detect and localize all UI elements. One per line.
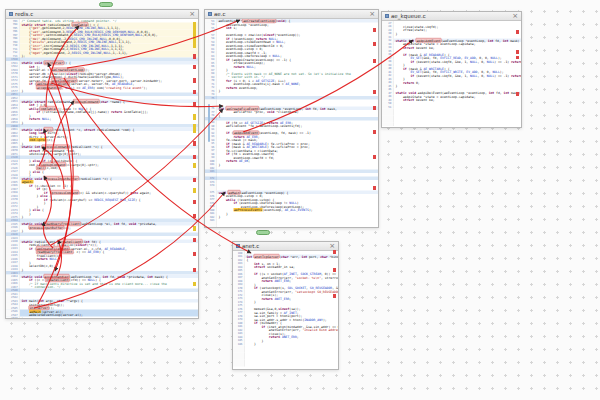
code-line[interactable]: 2588} bbox=[6, 317, 198, 319]
panel-title: redis.c bbox=[15, 10, 189, 18]
code-area: 2728 close(state->kqfd);29 zfree(state);… bbox=[382, 21, 521, 127]
code-text: } bbox=[396, 84, 398, 88]
code-text: sdstolower(c->argv[0]->ptr); bbox=[22, 152, 82, 156]
ruler-mark[interactable] bbox=[193, 155, 196, 159]
ruler-mark[interactable] bbox=[193, 214, 196, 218]
ruler-mark[interactable] bbox=[373, 59, 376, 63]
highlighted-token[interactable]: aeProcessEvents bbox=[233, 208, 262, 212]
code-canvas[interactable]: { "icons": {"close": "×", "file": "file-… bbox=[0, 0, 600, 400]
code-text: * connection. */ bbox=[22, 285, 61, 289]
ruler-mark[interactable] bbox=[373, 130, 376, 134]
ruler-mark[interactable] bbox=[193, 78, 196, 83]
highlighted-token[interactable]: processInputBuffer bbox=[44, 177, 79, 181]
ruler-mark[interactable] bbox=[193, 90, 196, 94]
ruler-mark[interactable] bbox=[516, 30, 519, 34]
code-text: return 0; bbox=[396, 81, 420, 85]
code-text: processInputBuffer(c); bbox=[22, 226, 71, 230]
highlighted-token[interactable]: anetTcpServer bbox=[254, 255, 279, 259]
code-text: int i; bbox=[219, 26, 238, 30]
close-icon[interactable]: × bbox=[369, 10, 375, 18]
close-icon[interactable]: × bbox=[189, 10, 195, 18]
ruler-mark[interactable] bbox=[373, 42, 376, 46]
ruler-mark[interactable] bbox=[193, 226, 196, 231]
code-text: struct kevent ke; bbox=[396, 46, 435, 50]
code-line[interactable] bbox=[233, 363, 338, 367]
highlighted-token[interactable]: acceptHandler bbox=[36, 86, 61, 90]
highlighted-token[interactable]: cmd->proc bbox=[29, 138, 47, 142]
collapsed-node-pill[interactable] bbox=[256, 230, 270, 235]
ruler-mark[interactable] bbox=[193, 268, 196, 272]
code-text: aeFileProc *proc, void *clientData) bbox=[219, 110, 299, 114]
ruler-mark[interactable] bbox=[193, 178, 196, 182]
code-text: zfree(state); bbox=[396, 28, 428, 32]
code-area: 703/* Command table. sds string -> comma… bbox=[6, 19, 198, 318]
ruler-mark[interactable] bbox=[516, 50, 519, 54]
ruler-mark[interactable] bbox=[193, 114, 196, 120]
highlighted-token[interactable]: initServer bbox=[44, 61, 64, 65]
ruler-mark[interactable] bbox=[193, 282, 196, 286]
ruler-mark[interactable] bbox=[193, 252, 196, 256]
code-text: }; bbox=[22, 54, 26, 58]
highlighted-token[interactable]: processCommand bbox=[51, 191, 78, 195]
ruler-mark[interactable] bbox=[193, 124, 196, 133]
ruler-mark[interactable] bbox=[193, 65, 196, 69]
code-text: } bbox=[219, 163, 221, 167]
ruler-mark[interactable] bbox=[193, 22, 196, 48]
ruler-mark[interactable] bbox=[193, 54, 196, 59]
highlighted-token[interactable]: processInputBuffer bbox=[29, 226, 64, 230]
ruler-mark[interactable] bbox=[373, 90, 376, 94]
code-text: struct sockaddr_in sa; bbox=[247, 265, 295, 269]
ruler-mark[interactable] bbox=[193, 141, 196, 146]
ruler-mark[interactable] bbox=[373, 186, 376, 190]
ruler-mark[interactable] bbox=[333, 268, 336, 272]
code-text: int anetTcpServer(char *err, int port, c… bbox=[247, 255, 339, 259]
code-panel-ae.c[interactable]: ae.c×53aeEventLoop *aeCreateEventLoop(vo… bbox=[204, 9, 379, 228]
scroll-indicator[interactable] bbox=[208, 104, 210, 142]
panel-titlebar[interactable]: ae.c× bbox=[205, 10, 378, 19]
code-text: } bbox=[219, 89, 221, 93]
panel-titlebar[interactable]: redis.c× bbox=[6, 10, 198, 19]
ruler-mark[interactable] bbox=[373, 28, 376, 32]
ruler-mark[interactable] bbox=[516, 92, 519, 96]
collapsed-node-pill[interactable] bbox=[99, 2, 113, 7]
ruler-mark[interactable] bbox=[333, 250, 336, 254]
highlighted-token[interactable]: lookupCommand bbox=[74, 100, 99, 104]
code-panel-ae_kqueue.c[interactable]: ae_kqueue.c×2728 close(state->kqfd);29 z… bbox=[381, 11, 522, 128]
code-text: if (!strcasecmp(name,cmdTable[j].name)) … bbox=[22, 110, 149, 114]
line-number bbox=[233, 363, 245, 367]
ruler-mark[interactable] bbox=[193, 163, 196, 168]
code-text: } bbox=[247, 300, 256, 304]
code-area: 53aeEventLoop *aeCreateEventLoop(void) {… bbox=[205, 19, 378, 227]
code-text: if (kevent(state->kqfd, &ke, 1, NULL, 0,… bbox=[396, 74, 522, 78]
line-number bbox=[382, 123, 394, 127]
close-icon[interactable]: × bbox=[512, 12, 518, 20]
code-panel-redis.c[interactable]: redis.c×703/* Command table. sds string … bbox=[5, 9, 199, 319]
ruler-mark[interactable] bbox=[193, 200, 196, 204]
ruler-mark[interactable] bbox=[516, 56, 519, 59]
code-text: return eventLoop; bbox=[219, 86, 258, 90]
ruler-mark[interactable] bbox=[193, 102, 196, 106]
code-area: 160161int anetTcpServer(char *err, int p… bbox=[233, 251, 338, 369]
ruler-mark[interactable] bbox=[333, 294, 336, 298]
panels-layer: redis.c×703/* Command table. sds string … bbox=[0, 0, 600, 400]
ruler-mark[interactable] bbox=[193, 238, 196, 242]
code-text: } bbox=[247, 342, 256, 346]
code-line[interactable] bbox=[205, 226, 378, 228]
code-panel-anet.c[interactable]: anet.c×160161int anetTcpServer(char *err… bbox=[232, 241, 339, 370]
ruler-mark[interactable] bbox=[373, 155, 376, 159]
close-icon[interactable]: × bbox=[329, 242, 335, 250]
code-text: aeProcessEvents(eventLoop, AE_ALL_EVENTS… bbox=[219, 208, 313, 212]
panel-title: anet.c bbox=[242, 242, 329, 250]
file-icon bbox=[385, 14, 389, 18]
code-line[interactable] bbox=[382, 123, 521, 127]
ruler-mark[interactable] bbox=[193, 188, 196, 193]
code-text: } bbox=[22, 89, 24, 93]
code-text: static void processInputBuffer(redisClie… bbox=[22, 177, 112, 181]
panel-title: ae_kqueue.c bbox=[391, 12, 512, 20]
panel-titlebar[interactable]: anet.c× bbox=[233, 242, 338, 251]
code-text: cmd->proc(c); bbox=[22, 138, 55, 142]
code-text: } bbox=[396, 32, 398, 36]
panel-titlebar[interactable]: ae_kqueue.c× bbox=[382, 12, 521, 21]
ruler-mark[interactable] bbox=[373, 106, 376, 110]
code-line[interactable]: 161int anetTcpServer(char *err, int port… bbox=[233, 255, 338, 259]
